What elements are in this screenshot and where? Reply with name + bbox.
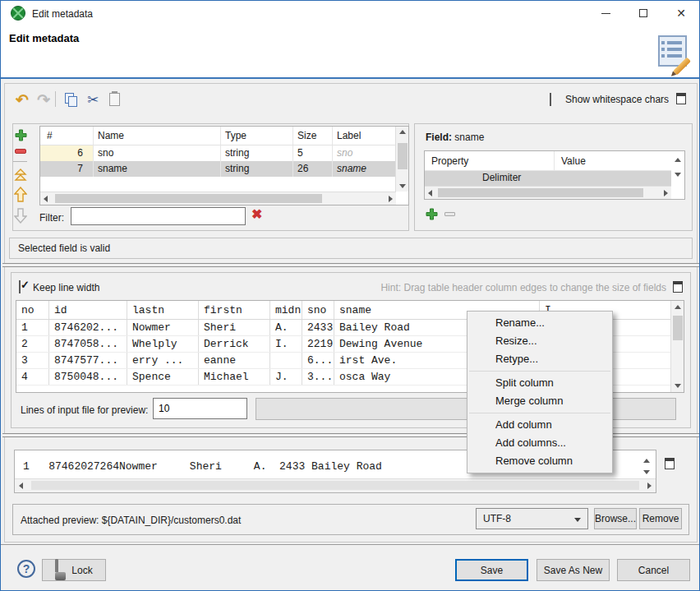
field-row-sno[interactable]: 6 sno string 5 sno (40, 145, 408, 161)
window-title: Edit metadata (32, 8, 93, 20)
menu-item-resize[interactable]: Resize... (467, 332, 612, 350)
side-toolbar-separator (13, 161, 27, 162)
lines-preview-input[interactable] (153, 398, 247, 419)
save-button[interactable]: Save (455, 559, 528, 581)
fields-table-hscrollbar[interactable] (40, 192, 396, 205)
lock-label: Lock (71, 565, 92, 576)
encoding-value: UTF-8 (483, 513, 511, 524)
app-logo-icon (11, 6, 25, 21)
lock-button[interactable]: Lock (42, 559, 106, 581)
copy-icon (65, 93, 78, 107)
remove-property-icon[interactable] (444, 212, 455, 216)
horizontal-splitter-top[interactable] (2, 263, 699, 267)
disabled-field (256, 398, 676, 420)
maximize-preview-icon[interactable] (665, 458, 675, 469)
page-title: Edit metadata (9, 32, 79, 44)
maximize-button[interactable] (624, 1, 662, 25)
field-name-value: sname (454, 132, 484, 143)
minimize-button[interactable] (587, 1, 624, 25)
menu-separator (469, 371, 610, 372)
add-field-icon[interactable] (15, 129, 27, 141)
cut-button[interactable]: ✂ (83, 90, 103, 109)
save-as-new-button[interactable]: Save As New (537, 559, 610, 581)
hint-text: Hint: Drag table header column edges to … (380, 282, 666, 293)
cut-icon: ✂ (87, 93, 99, 107)
data-table-vscrollbar[interactable] (670, 301, 684, 392)
menu-item-add-columns[interactable]: Add columns... (467, 434, 612, 452)
close-icon: ✕ (676, 7, 686, 20)
keep-line-width-checkbox[interactable] (19, 280, 21, 293)
toolbar-separator (55, 91, 56, 107)
filter-label: Filter: (39, 212, 64, 224)
move-field-down-icon[interactable] (14, 208, 27, 224)
attached-preview-path: Attached preview: ${DATAIN_DIR}/customer… (21, 515, 241, 526)
field-label: Field: (426, 132, 452, 143)
preview-scroll-up-icon[interactable] (643, 459, 650, 463)
show-whitespace-label: Show whitespace chars (565, 94, 669, 105)
show-whitespace-checkbox[interactable] (550, 93, 551, 106)
menu-separator (469, 413, 610, 413)
help-button[interactable]: ? (17, 560, 35, 578)
move-field-up-icon[interactable] (14, 187, 27, 202)
paste-icon (109, 93, 120, 106)
undo-icon: ↶ (16, 92, 29, 108)
redo-icon: ↶ (37, 92, 50, 108)
col-header-size[interactable]: Size (293, 127, 333, 145)
remove-field-icon[interactable] (15, 149, 26, 154)
add-property-icon[interactable] (426, 208, 438, 220)
property-table-vscroll-arrows[interactable] (671, 151, 684, 185)
field-detail-title: Field: sname (426, 132, 484, 143)
fields-table-header[interactable]: # Name Type Size Label (40, 127, 408, 145)
property-table: Property Value Delimiter (424, 150, 685, 200)
col-header-type[interactable]: Type (221, 127, 293, 145)
menu-item-rename[interactable]: Rename... (467, 314, 612, 332)
header-accent-line (1, 77, 699, 79)
col-header-property[interactable]: Property (425, 151, 555, 170)
menu-item-split-column[interactable]: Split column (467, 374, 612, 392)
preview-hscrollbar[interactable] (15, 478, 656, 492)
edit-metadata-icon (658, 35, 690, 71)
maximize-icon (639, 9, 647, 17)
cancel-button[interactable]: Cancel (617, 559, 690, 581)
move-field-top-icon[interactable] (14, 168, 27, 182)
validation-status: Selected field is valid (9, 238, 693, 259)
lock-icon (55, 561, 66, 580)
redo-button[interactable]: ↶ (34, 90, 53, 109)
col-header-label[interactable]: Label (333, 127, 395, 145)
fields-table-vscrollbar[interactable] (395, 127, 408, 192)
menu-item-merge-column[interactable]: Merge column (467, 392, 612, 410)
menu-item-remove-column[interactable]: Remove column (467, 452, 612, 470)
menu-item-add-column[interactable]: Add column (467, 416, 612, 434)
maximize-panel-icon[interactable] (676, 93, 686, 104)
encoding-select[interactable]: UTF-8 (476, 508, 588, 529)
filter-input[interactable] (71, 207, 246, 225)
browse-button[interactable]: Browse... (594, 508, 637, 529)
col-header-value[interactable]: Value (555, 151, 671, 170)
footer-separator (1, 544, 700, 545)
col-header-name[interactable]: Name (94, 127, 221, 145)
keep-line-width-label: Keep line width (33, 282, 99, 293)
maximize-table-panel-icon[interactable] (673, 281, 683, 293)
column-context-menu: Rename... Resize... Retype... Split colu… (467, 311, 613, 473)
clear-filter-icon[interactable]: ✖ (251, 208, 262, 221)
field-row-sname-selected[interactable]: 7 sname string 26 sname (40, 161, 408, 177)
preview-scroll-down-icon[interactable] (643, 470, 650, 474)
edit-metadata-dialog: Edit metadata ✕ Edit metadata ↶ ↶ ✂ Show… (0, 0, 700, 591)
remove-button[interactable]: Remove (639, 508, 682, 529)
fields-table: # Name Type Size Label 6 sno string 5 sn… (39, 126, 409, 205)
paste-button[interactable] (104, 90, 124, 109)
close-button[interactable]: ✕ (662, 1, 700, 25)
copy-button[interactable] (62, 90, 81, 109)
help-icon: ? (23, 562, 30, 575)
minimize-icon (601, 13, 610, 14)
preview-line: 1 87462027264Nowmer Sheri A. 2433 Bailey… (23, 460, 382, 473)
menu-item-retype[interactable]: Retype... (467, 350, 612, 368)
chevron-down-icon (574, 518, 581, 522)
property-row-delimiter[interactable]: Delimiter (425, 171, 671, 186)
lines-preview-label: Lines of input file for preview: (21, 404, 148, 416)
col-header-num[interactable]: # (40, 127, 94, 145)
undo-button[interactable]: ↶ (12, 90, 32, 109)
property-table-header[interactable]: Property Value (425, 151, 684, 171)
property-table-hscrollbar[interactable] (425, 186, 671, 199)
